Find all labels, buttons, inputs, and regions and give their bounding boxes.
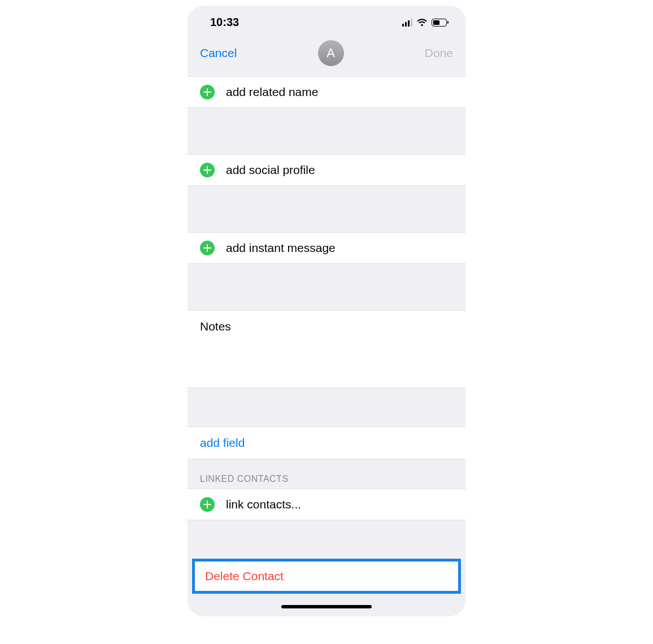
battery-icon — [432, 19, 449, 27]
delete-contact-button[interactable]: Delete Contact — [192, 559, 461, 594]
add-social-profile-row[interactable]: add social profile — [188, 154, 465, 186]
spacer — [188, 388, 465, 427]
cancel-button[interactable]: Cancel — [200, 46, 237, 60]
row-label: link contacts... — [226, 498, 301, 511]
notes-field[interactable]: Notes — [188, 310, 465, 388]
spacer — [188, 264, 465, 310]
plus-icon — [200, 241, 215, 255]
done-button[interactable]: Done — [425, 46, 453, 60]
wifi-icon — [416, 19, 428, 27]
cellular-signal-icon — [402, 19, 412, 27]
notes-label: Notes — [200, 320, 231, 333]
contact-avatar[interactable]: A — [318, 40, 344, 66]
phone-frame: 10:33 Cancel A Done add related name — [188, 6, 465, 616]
plus-icon — [200, 163, 215, 177]
row-label: add related name — [226, 85, 318, 99]
add-related-name-row[interactable]: add related name — [188, 76, 465, 108]
add-field-label: add field — [200, 436, 245, 449]
nav-header: Cancel A Done — [188, 33, 465, 76]
spacer — [188, 108, 465, 154]
spacer — [188, 186, 465, 232]
home-indicator[interactable] — [281, 605, 372, 608]
link-contacts-row[interactable]: link contacts... — [188, 489, 465, 520]
row-label: add instant message — [226, 241, 336, 255]
status-time: 10:33 — [210, 16, 239, 29]
status-indicators — [402, 19, 449, 27]
avatar-initial: A — [327, 46, 335, 60]
spacer — [188, 520, 465, 559]
add-field-row[interactable]: add field — [188, 427, 465, 459]
plus-icon — [200, 85, 215, 99]
linked-contacts-header: LINKED CONTACTS — [188, 459, 465, 489]
plus-icon — [200, 497, 215, 512]
add-instant-message-row[interactable]: add instant message — [188, 232, 465, 264]
delete-contact-label: Delete Contact — [205, 569, 284, 582]
status-bar: 10:33 — [188, 6, 465, 33]
row-label: add social profile — [226, 163, 315, 177]
